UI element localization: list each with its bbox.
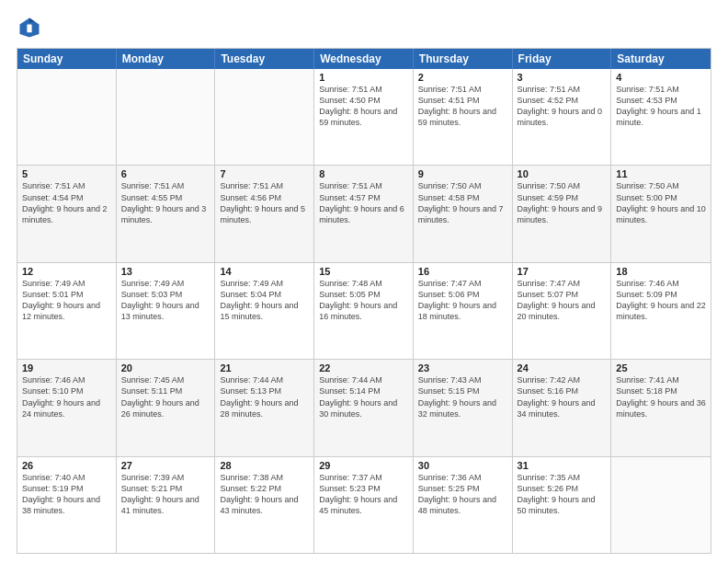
day-info: Sunrise: 7:48 AM Sunset: 5:05 PM Dayligh… [319,278,408,323]
day-info: Sunrise: 7:42 AM Sunset: 5:16 PM Dayligh… [518,374,607,419]
day-cell-12: 12Sunrise: 7:49 AM Sunset: 5:01 PM Dayli… [17,263,117,359]
day-number: 18 [616,266,706,277]
day-number: 23 [418,362,507,373]
day-info: Sunrise: 7:51 AM Sunset: 4:57 PM Dayligh… [319,180,408,225]
day-cell-21: 21Sunrise: 7:44 AM Sunset: 5:13 PM Dayli… [215,360,314,455]
day-cell-26: 26Sunrise: 7:40 AM Sunset: 5:19 PM Dayli… [17,457,117,553]
day-cell-3: 3Sunrise: 7:51 AM Sunset: 4:52 PM Daylig… [513,69,612,165]
weekday-header-sunday: Sunday [17,49,117,69]
day-info: Sunrise: 7:47 AM Sunset: 5:06 PM Dayligh… [418,278,507,323]
weekday-header-monday: Monday [117,49,216,69]
header [17,15,711,40]
calendar-row-4: 19Sunrise: 7:46 AM Sunset: 5:10 PM Dayli… [17,359,711,455]
day-number: 9 [418,168,507,179]
day-cell-6: 6Sunrise: 7:51 AM Sunset: 4:55 PM Daylig… [117,166,216,261]
day-number: 14 [220,266,309,277]
day-number: 20 [121,362,210,373]
calendar-row-1: 1Sunrise: 7:51 AM Sunset: 4:50 PM Daylig… [17,69,711,165]
day-info: Sunrise: 7:46 AM Sunset: 5:10 PM Dayligh… [22,374,111,419]
day-info: Sunrise: 7:46 AM Sunset: 5:09 PM Dayligh… [616,278,706,323]
day-cell-8: 8Sunrise: 7:51 AM Sunset: 4:57 PM Daylig… [314,166,414,261]
day-number: 7 [220,168,309,179]
day-info: Sunrise: 7:51 AM Sunset: 4:55 PM Dayligh… [121,180,210,225]
day-number: 13 [121,266,210,277]
day-cell-20: 20Sunrise: 7:45 AM Sunset: 5:11 PM Dayli… [117,360,216,455]
logo-icon [17,15,42,40]
day-number: 5 [22,168,111,179]
day-number: 16 [418,266,507,277]
day-cell-17: 17Sunrise: 7:47 AM Sunset: 5:07 PM Dayli… [513,263,612,359]
day-number: 29 [319,460,408,471]
day-cell-9: 9Sunrise: 7:50 AM Sunset: 4:58 PM Daylig… [414,166,513,261]
day-info: Sunrise: 7:50 AM Sunset: 4:58 PM Dayligh… [418,180,507,225]
day-info: Sunrise: 7:36 AM Sunset: 5:25 PM Dayligh… [418,472,507,517]
calendar-row-5: 26Sunrise: 7:40 AM Sunset: 5:19 PM Dayli… [17,456,711,553]
day-cell-11: 11Sunrise: 7:50 AM Sunset: 5:00 PM Dayli… [611,166,711,261]
empty-cell [215,69,314,165]
day-cell-14: 14Sunrise: 7:49 AM Sunset: 5:04 PM Dayli… [215,263,314,359]
day-number: 15 [319,266,408,277]
day-info: Sunrise: 7:41 AM Sunset: 5:18 PM Dayligh… [616,374,706,419]
day-number: 22 [319,362,408,373]
day-cell-4: 4Sunrise: 7:51 AM Sunset: 4:53 PM Daylig… [611,69,711,165]
day-cell-18: 18Sunrise: 7:46 AM Sunset: 5:09 PM Dayli… [611,263,711,359]
day-cell-23: 23Sunrise: 7:43 AM Sunset: 5:15 PM Dayli… [414,360,513,455]
calendar-row-2: 5Sunrise: 7:51 AM Sunset: 4:54 PM Daylig… [17,165,711,261]
day-info: Sunrise: 7:43 AM Sunset: 5:15 PM Dayligh… [418,374,507,419]
weekday-header-thursday: Thursday [414,49,513,69]
day-number: 4 [616,72,706,83]
calendar-row-3: 12Sunrise: 7:49 AM Sunset: 5:01 PM Dayli… [17,262,711,359]
weekday-header-wednesday: Wednesday [314,49,414,69]
day-info: Sunrise: 7:51 AM Sunset: 4:50 PM Dayligh… [319,84,408,129]
day-info: Sunrise: 7:51 AM Sunset: 4:52 PM Dayligh… [518,84,607,129]
day-number: 11 [616,168,706,179]
day-info: Sunrise: 7:49 AM Sunset: 5:01 PM Dayligh… [22,278,111,323]
logo [17,15,46,40]
day-number: 10 [518,168,607,179]
day-info: Sunrise: 7:44 AM Sunset: 5:13 PM Dayligh… [220,374,309,419]
day-number: 24 [518,362,607,373]
day-info: Sunrise: 7:37 AM Sunset: 5:23 PM Dayligh… [319,472,408,517]
empty-cell [17,69,117,165]
day-number: 25 [616,362,706,373]
day-cell-19: 19Sunrise: 7:46 AM Sunset: 5:10 PM Dayli… [17,360,117,455]
day-cell-10: 10Sunrise: 7:50 AM Sunset: 4:59 PM Dayli… [513,166,612,261]
day-number: 19 [22,362,111,373]
empty-cell [117,69,216,165]
day-cell-1: 1Sunrise: 7:51 AM Sunset: 4:50 PM Daylig… [314,69,414,165]
day-number: 8 [319,168,408,179]
day-info: Sunrise: 7:51 AM Sunset: 4:51 PM Dayligh… [418,84,507,129]
day-number: 17 [518,266,607,277]
day-number: 26 [22,460,111,471]
day-info: Sunrise: 7:51 AM Sunset: 4:53 PM Dayligh… [616,84,706,129]
day-number: 30 [418,460,507,471]
day-info: Sunrise: 7:47 AM Sunset: 5:07 PM Dayligh… [518,278,607,323]
day-info: Sunrise: 7:44 AM Sunset: 5:14 PM Dayligh… [319,374,408,419]
calendar-header: SundayMondayTuesdayWednesdayThursdayFrid… [17,49,711,69]
svg-rect-2 [27,25,31,33]
day-number: 12 [22,266,111,277]
day-info: Sunrise: 7:51 AM Sunset: 4:54 PM Dayligh… [22,180,111,225]
day-number: 21 [220,362,309,373]
day-cell-25: 25Sunrise: 7:41 AM Sunset: 5:18 PM Dayli… [611,360,711,455]
day-info: Sunrise: 7:50 AM Sunset: 4:59 PM Dayligh… [518,180,607,225]
day-info: Sunrise: 7:50 AM Sunset: 5:00 PM Dayligh… [616,180,706,225]
day-cell-22: 22Sunrise: 7:44 AM Sunset: 5:14 PM Dayli… [314,360,414,455]
day-number: 31 [518,460,607,471]
day-info: Sunrise: 7:45 AM Sunset: 5:11 PM Dayligh… [121,374,210,419]
day-number: 2 [418,72,507,83]
day-cell-2: 2Sunrise: 7:51 AM Sunset: 4:51 PM Daylig… [414,69,513,165]
day-cell-27: 27Sunrise: 7:39 AM Sunset: 5:21 PM Dayli… [117,457,216,553]
day-cell-24: 24Sunrise: 7:42 AM Sunset: 5:16 PM Dayli… [513,360,612,455]
day-info: Sunrise: 7:35 AM Sunset: 5:26 PM Dayligh… [518,472,607,517]
weekday-header-friday: Friday [513,49,612,69]
weekday-header-tuesday: Tuesday [215,49,314,69]
day-info: Sunrise: 7:39 AM Sunset: 5:21 PM Dayligh… [121,472,210,517]
day-number: 28 [220,460,309,471]
day-cell-16: 16Sunrise: 7:47 AM Sunset: 5:06 PM Dayli… [414,263,513,359]
calendar: SundayMondayTuesdayWednesdayThursdayFrid… [17,48,711,554]
day-number: 3 [518,72,607,83]
day-cell-5: 5Sunrise: 7:51 AM Sunset: 4:54 PM Daylig… [17,166,117,261]
empty-cell [611,457,711,553]
calendar-body: 1Sunrise: 7:51 AM Sunset: 4:50 PM Daylig… [17,69,711,553]
